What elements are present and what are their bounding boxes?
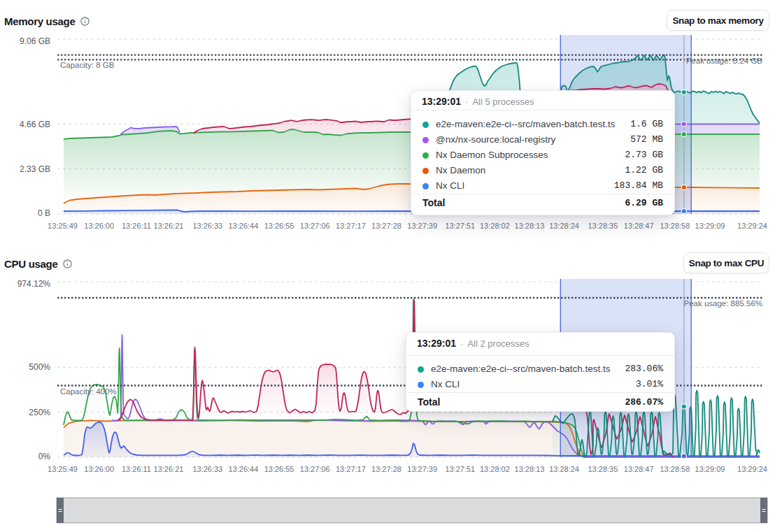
svg-text:13:26:55: 13:26:55 [264,465,294,473]
svg-text:13:29:09: 13:29:09 [695,222,725,230]
svg-text:13:28:13: 13:28:13 [515,222,545,230]
svg-text:13:26:11: 13:26:11 [122,465,151,473]
svg-text:0 B: 0 B [38,208,50,218]
svg-text:Capacity: 8 GB: Capacity: 8 GB [60,61,115,69]
svg-text:Peak usage: 8.24 GB: Peak usage: 8.24 GB [686,57,763,65]
svg-text:13:28:13: 13:28:13 [515,465,545,473]
svg-text:974.12%: 974.12% [17,279,51,289]
svg-text:250%: 250% [29,408,50,417]
svg-text:13:28:02: 13:28:02 [480,222,510,230]
svg-text:13:26:21: 13:26:21 [154,222,184,230]
svg-text:13:27:39: 13:27:39 [407,222,437,230]
svg-text:13:25:49: 13:25:49 [48,465,78,473]
svg-text:13:27:17: 13:27:17 [336,465,366,473]
svg-text:0%: 0% [38,452,51,461]
svg-text:13:27:06: 13:27:06 [300,465,330,473]
svg-text:13:28:58: 13:28:58 [660,222,690,230]
svg-text:13:29:24: 13:29:24 [737,222,767,230]
svg-text:13:26:21: 13:26:21 [154,465,184,473]
svg-text:Capacity: 400%: Capacity: 400% [60,387,117,396]
svg-text:13:26:44: 13:26:44 [228,465,258,473]
svg-text:13:27:51: 13:27:51 [445,465,475,473]
svg-text:13:28:24: 13:28:24 [549,222,579,230]
svg-text:13:28:58: 13:28:58 [660,465,690,473]
svg-text:13:28:35: 13:28:35 [588,465,618,473]
svg-text:13:28:24: 13:28:24 [549,465,579,473]
svg-text:13:28:02: 13:28:02 [480,465,510,473]
svg-text:13:27:17: 13:27:17 [336,222,366,230]
svg-text:13:26:33: 13:26:33 [192,222,222,230]
svg-text:13:28:47: 13:28:47 [624,222,654,230]
svg-text:13:26:44: 13:26:44 [228,222,258,230]
svg-text:13:26:55: 13:26:55 [264,222,294,230]
svg-text:13:27:51: 13:27:51 [445,222,475,230]
svg-text:13:26:33: 13:26:33 [192,465,222,473]
svg-text:13:26:11: 13:26:11 [122,222,151,230]
svg-text:13:29:24: 13:29:24 [737,465,767,473]
svg-text:500%: 500% [29,362,50,372]
svg-text:Peak usage: 885.56%: Peak usage: 885.56% [683,299,762,308]
svg-text:13:27:28: 13:27:28 [371,465,401,473]
svg-text:13:25:49: 13:25:49 [48,222,78,230]
svg-text:13:27:06: 13:27:06 [300,222,330,230]
svg-text:13:28:35: 13:28:35 [588,222,618,230]
svg-text:13:27:28: 13:27:28 [371,222,401,230]
svg-text:4.66 GB: 4.66 GB [20,120,50,129]
svg-text:13:27:39: 13:27:39 [407,465,437,473]
svg-text:2.33 GB: 2.33 GB [20,164,50,174]
svg-text:13:26:00: 13:26:00 [84,465,114,473]
svg-text:9.06 GB: 9.06 GB [20,36,50,46]
svg-text:13:28:47: 13:28:47 [624,465,654,473]
svg-text:13:26:00: 13:26:00 [84,222,114,230]
svg-text:13:29:09: 13:29:09 [695,465,725,473]
